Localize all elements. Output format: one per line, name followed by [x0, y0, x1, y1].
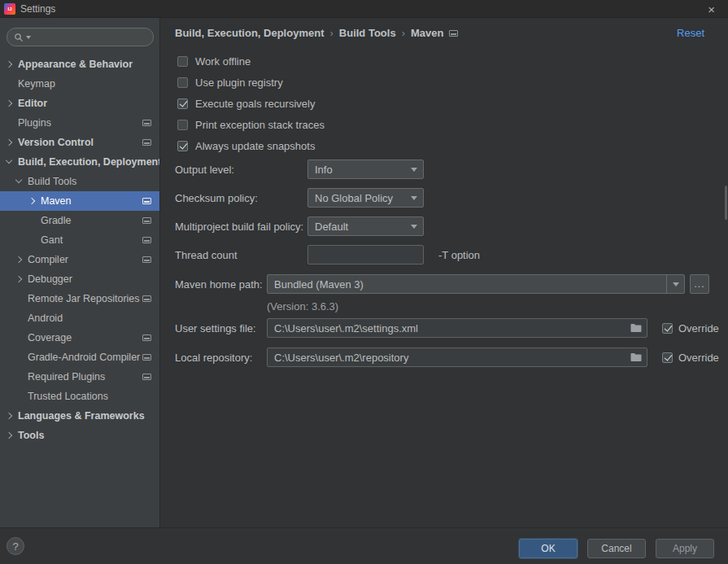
screen-settings-icon: [142, 374, 151, 380]
breadcrumb: Build, Execution, Deployment › Build Too…: [175, 27, 458, 39]
user-settings-override-label: Override: [678, 322, 719, 334]
dropdown-arrow-icon: [411, 168, 417, 172]
screen-settings-icon: [142, 295, 151, 302]
screen-settings-icon: [142, 354, 151, 361]
output-level-value: Info: [315, 164, 333, 176]
option-use-plugin-registry: Use plugin registry: [177, 74, 283, 90]
sidebar-item-build-tools[interactable]: Build Tools: [0, 172, 159, 191]
chevron-right-icon[interactable]: [6, 139, 12, 146]
multiproject-policy-label: Multiproject build fail policy:: [175, 216, 303, 236]
checksum-policy-value: No Global Policy: [315, 192, 393, 204]
checksum-policy-label: Checksum policy:: [175, 188, 258, 208]
always-update-snapshots-label: Always update snapshots: [195, 140, 315, 152]
local-repository-override-checkbox[interactable]: [662, 352, 673, 363]
chevron-down-icon[interactable]: [6, 157, 12, 164]
user-settings-override-checkbox[interactable]: [662, 323, 673, 334]
output-level-label: Output level:: [175, 160, 234, 179]
thread-count-input[interactable]: [307, 245, 424, 265]
cancel-button[interactable]: Cancel: [587, 539, 646, 558]
user-settings-file-field[interactable]: C:\Users\user\.m2\settings.xml: [267, 318, 647, 338]
use-plugin-registry-checkbox[interactable]: [177, 77, 188, 88]
sidebar-item-gradle[interactable]: Gradle: [0, 211, 159, 230]
scrollbar-thumb[interactable]: [725, 186, 727, 220]
settings-dialog: IJ Settings × Appearance & Behavior Keym…: [0, 0, 728, 564]
sidebar-item-debugger[interactable]: Debugger: [0, 269, 159, 289]
dialog-footer: ? OK Cancel Apply: [0, 527, 728, 564]
local-repository-label: Local repository:: [175, 348, 252, 367]
ok-button[interactable]: OK: [519, 539, 578, 558]
sidebar-item-build-execution-deployment[interactable]: Build, Execution, Deployment: [0, 152, 159, 172]
sidebar-item-editor[interactable]: Editor: [0, 94, 159, 113]
sidebar-item-required-plugins[interactable]: Required Plugins: [0, 367, 159, 387]
chevron-right-icon[interactable]: [6, 100, 12, 107]
chevron-right-icon[interactable]: [6, 413, 12, 419]
folder-icon[interactable]: [630, 323, 642, 335]
chevron-right-icon[interactable]: [6, 432, 12, 439]
sidebar-item-trusted-locations[interactable]: Trusted Locations: [0, 387, 159, 406]
sidebar-item-maven[interactable]: Maven: [0, 191, 159, 211]
sidebar-item-tools[interactable]: Tools: [0, 426, 159, 445]
maven-home-path-label: Maven home path:: [175, 274, 263, 294]
dropdown-arrow-icon: [673, 282, 679, 286]
sidebar-item-android[interactable]: Android: [0, 308, 159, 328]
sidebar-item-gant[interactable]: Gant: [0, 230, 159, 250]
sidebar-item-keymap[interactable]: Keymap: [0, 74, 159, 94]
folder-icon[interactable]: [630, 352, 642, 365]
chevron-right-icon[interactable]: [15, 256, 22, 263]
checksum-policy-select[interactable]: No Global Policy: [307, 188, 424, 208]
thread-count-label: Thread count: [175, 245, 238, 265]
search-history-arrow-icon[interactable]: [26, 36, 31, 39]
chevron-right-icon[interactable]: [6, 61, 12, 68]
settings-search[interactable]: [7, 28, 154, 46]
use-plugin-registry-label: Use plugin registry: [195, 77, 283, 89]
local-repository-field[interactable]: C:\Users\user\.m2\repository: [267, 348, 647, 367]
user-settings-file-value: C:\Users\user\.m2\settings.xml: [274, 322, 418, 334]
help-button[interactable]: ?: [7, 537, 24, 555]
screen-settings-icon: [142, 198, 151, 204]
window-title: Settings: [20, 3, 55, 15]
combo-arrow-button[interactable]: [666, 275, 684, 293]
screen-settings-icon: [449, 30, 458, 37]
browse-button[interactable]: ...: [690, 274, 709, 294]
sidebar-item-remote-jar-repositories[interactable]: Remote Jar Repositories: [0, 289, 159, 308]
always-update-snapshots-checkbox[interactable]: [177, 141, 188, 151]
sidebar-item-coverage[interactable]: Coverage: [0, 328, 159, 348]
sidebar-item-plugins[interactable]: Plugins: [0, 113, 159, 133]
local-repository-value: C:\Users\user\.m2\repository: [274, 352, 408, 364]
apply-button[interactable]: Apply: [656, 539, 714, 558]
sidebar-item-compiler[interactable]: Compiler: [0, 250, 159, 269]
sidebar-item-gradle-android-compiler[interactable]: Gradle-Android Compiler: [0, 348, 159, 367]
breadcrumb-build-tools[interactable]: Build Tools: [339, 27, 396, 39]
maven-home-path-value: Bundled (Maven 3): [274, 278, 364, 291]
maven-version-note: (Version: 3.6.3): [267, 300, 338, 313]
screen-settings-icon: [142, 256, 151, 263]
multiproject-policy-select[interactable]: Default: [307, 216, 424, 236]
work-offline-checkbox[interactable]: [177, 56, 188, 67]
chevron-down-icon[interactable]: [15, 177, 22, 183]
output-level-select[interactable]: Info: [307, 160, 424, 179]
sidebar-item-languages-frameworks[interactable]: Languages & Frameworks: [0, 406, 159, 426]
user-settings-file-label: User settings file:: [175, 318, 256, 338]
print-exception-stack-traces-label: Print exception stack traces: [195, 119, 325, 131]
sidebar-item-version-control[interactable]: Version Control: [0, 133, 159, 152]
option-work-offline: Work offline: [177, 53, 251, 69]
option-execute-goals-recursively: Execute goals recursively: [177, 95, 315, 111]
screen-settings-icon: [142, 237, 151, 243]
breadcrumb-build-execution-deployment[interactable]: Build, Execution, Deployment: [175, 27, 324, 39]
settings-tree: Appearance & Behavior Keymap Editor Plug…: [0, 55, 159, 445]
close-icon[interactable]: ×: [708, 0, 715, 18]
sidebar-item-appearance-behavior[interactable]: Appearance & Behavior: [0, 55, 159, 74]
option-always-update-snapshots: Always update snapshots: [177, 138, 315, 154]
execute-goals-recursively-checkbox[interactable]: [177, 98, 188, 109]
chevron-right-icon[interactable]: [15, 276, 22, 282]
search-input[interactable]: [35, 32, 133, 43]
execute-goals-recursively-label: Execute goals recursively: [195, 98, 315, 110]
breadcrumb-separator: ›: [402, 27, 405, 39]
maven-home-path-combo[interactable]: Bundled (Maven 3): [267, 274, 685, 294]
reset-link[interactable]: Reset: [677, 27, 704, 39]
thread-count-suffix: -T option: [438, 245, 480, 265]
local-repository-override-label: Override: [678, 352, 719, 364]
chevron-right-icon[interactable]: [28, 198, 35, 204]
print-exception-stack-traces-checkbox[interactable]: [177, 120, 188, 130]
dropdown-arrow-icon: [411, 196, 417, 200]
